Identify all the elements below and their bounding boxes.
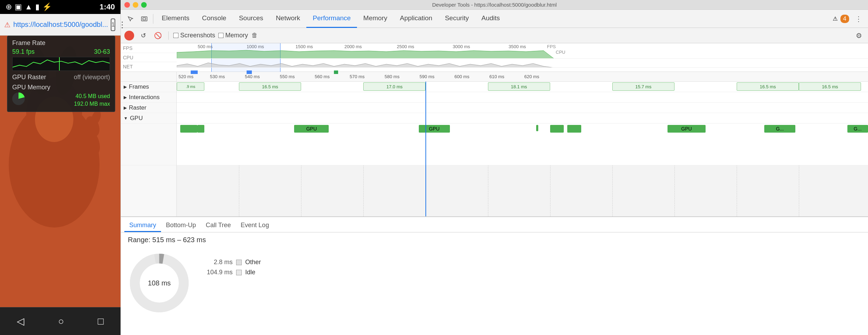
gpu-track-label: [121, 124, 176, 165]
fps-chart-area: [177, 49, 868, 59]
frame-block-5[interactable]: 15.7 ms: [612, 82, 674, 91]
gpu-block-4a[interactable]: [536, 125, 538, 131]
ruler-marks-area: 520 ms 530 ms 540 ms 550 ms 560 ms 570 m…: [177, 72, 868, 81]
gpu-block-7[interactable]: G...: [847, 125, 868, 133]
back-button[interactable]: ◁: [17, 315, 24, 327]
tab-event-log[interactable]: Event Log: [236, 219, 274, 232]
gpu-memory-pie: [12, 92, 25, 105]
close-window-button[interactable]: [124, 2, 130, 8]
svg-text:590 ms: 590 ms: [420, 74, 435, 79]
tab-count-button[interactable]: 1: [111, 18, 115, 31]
battery-charge-icon: ⚡: [42, 2, 52, 12]
toolbar-separator: [153, 14, 153, 24]
tab-audits[interactable]: Audits: [475, 10, 506, 28]
tab-console[interactable]: Console: [196, 10, 233, 28]
svg-text:580 ms: 580 ms: [385, 74, 400, 79]
tab-summary[interactable]: Summary: [124, 219, 161, 232]
reload-record-button[interactable]: ↺: [138, 30, 149, 41]
frame-block-7[interactable]: 16.5 ms: [799, 82, 861, 91]
tab-application[interactable]: Application: [394, 10, 439, 28]
gpu-label-row[interactable]: ▼ GPU: [121, 113, 176, 124]
summary-content: 108 ms 2.8 ms Other 104.9 ms Idle: [121, 246, 868, 335]
maximize-window-button[interactable]: [141, 2, 147, 8]
interactions-label-row[interactable]: ▶ Interactions: [121, 92, 176, 103]
donut-center-value: 108 ms: [148, 279, 171, 287]
window-controls: [124, 2, 147, 8]
gpu-block-2[interactable]: GPU: [294, 125, 329, 133]
minimize-window-button[interactable]: [133, 2, 138, 8]
phone-url[interactable]: https://localhost:5000/goodbl...: [13, 21, 108, 29]
clear-button[interactable]: 🚫: [152, 30, 163, 41]
screenshots-toggle[interactable]: Screenshots: [174, 32, 215, 39]
home-button[interactable]: ○: [58, 316, 64, 327]
timeline-main: 520 ms 530 ms 540 ms 550 ms 560 ms 570 m…: [121, 72, 868, 216]
frame-block-6[interactable]: 16.5 ms: [737, 82, 799, 91]
more-options-icon[interactable]: ⋮: [118, 20, 126, 30]
tab-elements[interactable]: Elements: [155, 10, 196, 28]
tab-performance[interactable]: Performance: [306, 10, 357, 28]
devtools-title-bar: Developer Tools - https://localhost:5000…: [121, 0, 868, 10]
gpu-block-4c[interactable]: [567, 125, 581, 133]
tab-sources[interactable]: Sources: [233, 10, 270, 28]
settings-button[interactable]: ⚙: [853, 30, 865, 41]
tab-network[interactable]: Network: [270, 10, 307, 28]
gpu-block-6[interactable]: G...: [764, 125, 795, 133]
gpu-mem-used: 40.5 MB used: [74, 92, 110, 100]
tab-security[interactable]: Security: [439, 10, 475, 28]
delete-recording-button[interactable]: 🗑: [251, 32, 258, 39]
wifi-icon: ▲: [25, 2, 32, 12]
cpu-chart-area: [177, 59, 868, 68]
gpu-block-3[interactable]: GPU: [419, 125, 450, 133]
frame-block-4[interactable]: 18.1 ms: [488, 82, 550, 91]
battery-icon: ▮: [35, 2, 39, 12]
record-button[interactable]: [124, 31, 134, 40]
fps-range: 30-63: [94, 48, 110, 55]
svg-marker-21: [177, 50, 554, 59]
perf-separator: [168, 31, 169, 40]
toolbar-right: ⚠ 4 ⋮: [833, 12, 865, 25]
legend-idle: 104.9 ms Idle: [201, 269, 261, 276]
frame-block-1[interactable]: .9 ms: [177, 82, 204, 91]
tracks-area: .9 ms 16.5 ms 17.0 ms 18.1 ms 15.7 ms: [177, 82, 868, 216]
timeline-labels-column: ▶ Frames ▶ Interactions ▶ Raster ▼ GPU: [121, 82, 177, 216]
frame-block-3[interactable]: 17.0 ms: [363, 82, 425, 91]
phone-content: Frame Rate 59.1 fps 30-63 GPU Raster off…: [0, 36, 121, 307]
responsive-design-button[interactable]: [138, 12, 151, 25]
svg-rect-10: [143, 18, 146, 20]
frames-label-row[interactable]: ▶ Frames: [121, 82, 176, 92]
summary-legend: 2.8 ms Other 104.9 ms Idle: [201, 252, 261, 329]
raster-label-row[interactable]: ▶ Raster: [121, 103, 176, 113]
other-value: 2.8 ms: [201, 259, 233, 266]
phone-ui: ⊕ ▣ ▲ ▮ ⚡ 1:40 ⚠ https://localhost:5000/…: [0, 0, 121, 335]
tab-bottom-up[interactable]: Bottom-Up: [161, 219, 201, 232]
frame-block-2[interactable]: 16.5 ms: [239, 82, 301, 91]
gpu-block-5[interactable]: GPU: [668, 125, 706, 133]
svg-text:2000 ms: 2000 ms: [344, 44, 362, 49]
cpu-svg: [177, 59, 868, 68]
gpu-block-1b[interactable]: [197, 125, 204, 133]
svg-text:2500 ms: 2500 ms: [397, 44, 414, 49]
memory-checkbox[interactable]: [218, 33, 224, 38]
sim-icon: ▣: [15, 2, 22, 12]
idle-label: Idle: [245, 269, 255, 276]
screenshots-checkbox[interactable]: [173, 33, 179, 38]
devtools-panel: Developer Tools - https://localhost:5000…: [121, 0, 868, 335]
svg-text:540 ms: 540 ms: [245, 74, 260, 79]
phone-overlay: Frame Rate 59.1 fps 30-63 GPU Raster off…: [7, 36, 115, 112]
gpu-block-4b[interactable]: [550, 125, 564, 133]
tab-memory[interactable]: Memory: [357, 10, 394, 28]
more-tools-button[interactable]: ⋮: [852, 12, 865, 25]
tab-call-tree[interactable]: Call Tree: [201, 219, 236, 232]
gpu-block-1[interactable]: [180, 125, 197, 133]
svg-text:620 ms: 620 ms: [524, 74, 539, 79]
memory-toggle[interactable]: Memory: [219, 32, 248, 39]
recent-button[interactable]: □: [98, 316, 104, 327]
bottom-panel: Summary Bottom-Up Call Tree Event Log Ra…: [121, 216, 868, 335]
fps-svg: [177, 49, 868, 59]
svg-marker-22: [177, 63, 554, 68]
svg-text:610 ms: 610 ms: [489, 74, 504, 79]
donut-chart: 108 ms: [128, 252, 191, 314]
svg-text:530 ms: 530 ms: [210, 74, 225, 79]
svg-text:3000 ms: 3000 ms: [453, 44, 470, 49]
svg-text:560 ms: 560 ms: [315, 74, 330, 79]
